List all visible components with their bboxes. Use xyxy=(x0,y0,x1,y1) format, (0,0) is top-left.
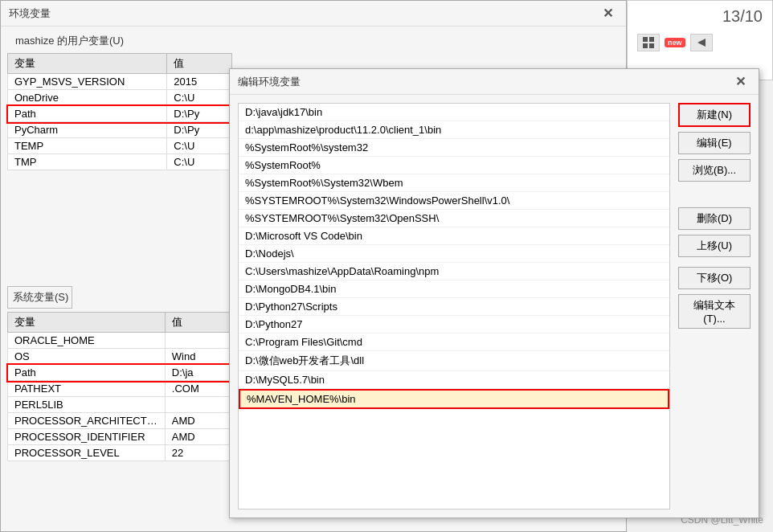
edit-btn-6[interactable]: 编辑文本(T)... xyxy=(678,294,751,329)
path-list-item[interactable]: %SYSTEMROOT%\System32\OpenSSH\ xyxy=(239,210,669,227)
top-right-number: 13/10 xyxy=(628,1,772,29)
table-row[interactable]: PROCESSOR_IDENTIFIERAMD xyxy=(8,429,232,445)
sys-col-var: 变量 xyxy=(8,313,166,333)
path-list-item[interactable]: D:\Nodejs\ xyxy=(239,245,669,263)
edit-btn-1[interactable]: 编辑(E) xyxy=(678,132,751,154)
edit-dialog-close-icon[interactable]: ✕ xyxy=(730,72,751,91)
edit-env-dialog: 编辑环境变量 ✕ D:\java\jdk17\bind:\app\mashize… xyxy=(229,68,759,518)
table-row[interactable]: PROCESSOR_ARCHITECTUREAMD xyxy=(8,413,232,429)
path-list-item[interactable]: %MAVEN_HOME%\bin xyxy=(239,389,669,409)
env-var-title: 环境变量 xyxy=(9,6,51,21)
table-row[interactable]: GYP_MSVS_VERSION2015 xyxy=(8,74,232,90)
svg-rect-3 xyxy=(649,43,654,48)
path-list-item[interactable]: %SystemRoot% xyxy=(239,157,669,174)
close-icon[interactable]: ✕ xyxy=(598,4,618,23)
user-vars-label: mashize 的用户变量(U) xyxy=(7,29,232,53)
path-list-item[interactable]: %SystemRoot%\System32\Wbem xyxy=(239,174,669,192)
path-list-item[interactable]: D:\java\jdk17\bin xyxy=(239,104,669,121)
path-list-item[interactable]: D:\微信web开发者工具\dll xyxy=(239,351,669,371)
table-row[interactable]: PROCESSOR_LEVEL22 xyxy=(8,445,232,461)
env-var-titlebar: 环境变量 ✕ xyxy=(1,1,626,27)
table-row[interactable]: TEMPC:\U xyxy=(8,138,232,154)
table-row[interactable]: PATHEXT.COM xyxy=(8,381,232,397)
table-row[interactable]: OSWind xyxy=(8,349,232,365)
sys-vars-label: 系统变量(S) xyxy=(7,286,72,309)
path-list-item[interactable]: %SYSTEMROOT%\System32\WindowsPowerShell\… xyxy=(239,192,669,210)
path-list-container: D:\java\jdk17\bind:\app\mashize\product\… xyxy=(238,103,670,509)
new-badge: new xyxy=(665,38,685,47)
edit-buttons-panel: 新建(N)编辑(E)浏览(B)...删除(D)上移(U)下移(O)编辑文本(T)… xyxy=(678,103,751,509)
edit-btn-5[interactable]: 下移(O) xyxy=(678,267,751,289)
path-list-item[interactable]: C:\Program Files\Git\cmd xyxy=(239,334,669,351)
edit-dialog-titlebar: 编辑环境变量 ✕ xyxy=(230,69,759,95)
svg-marker-4 xyxy=(697,39,706,47)
path-list-item[interactable]: d:\app\mashize\product\11.2.0\client_1\b… xyxy=(239,121,669,139)
top-right-icons: new xyxy=(628,29,772,56)
table-row[interactable]: PERL5LIB xyxy=(8,397,232,413)
path-list: D:\java\jdk17\bind:\app\mashize\product\… xyxy=(239,104,669,409)
table-row[interactable]: OneDriveC:\U xyxy=(8,90,232,106)
edit-btn-2[interactable]: 浏览(B)... xyxy=(678,159,751,182)
sys-vars-table: 变量 值 ORACLE_HOMEOSWindPathD:\jaPATHEXT.C… xyxy=(7,312,232,461)
table-row[interactable]: PathD:\Py xyxy=(8,106,232,122)
user-vars-section: mashize 的用户变量(U) 变量 值 GYP_MSVS_VERSION20… xyxy=(7,29,232,170)
user-vars-table: 变量 值 GYP_MSVS_VERSION2015OneDriveC:\UPat… xyxy=(7,53,232,170)
svg-rect-0 xyxy=(643,37,648,42)
path-list-item[interactable]: %SystemRoot%\system32 xyxy=(239,139,669,157)
edit-dialog-body: D:\java\jdk17\bind:\app\mashize\product\… xyxy=(230,95,759,518)
edit-dialog-title: 编辑环境变量 xyxy=(238,75,301,89)
table-row[interactable]: PyCharmD:\Py xyxy=(8,122,232,138)
svg-rect-2 xyxy=(643,43,648,48)
user-col-var: 变量 xyxy=(8,54,167,74)
svg-rect-1 xyxy=(649,37,654,42)
sys-vars-section: 系统变量(S) 变量 值 ORACLE_HOMEOSWindPathD:\jaP… xyxy=(7,286,232,461)
path-list-item[interactable]: D:\Python27 xyxy=(239,316,669,334)
table-row[interactable]: TMPC:\U xyxy=(8,154,232,170)
path-list-item[interactable]: D:\MySQL5.7\bin xyxy=(239,371,669,389)
table-row[interactable]: PathD:\ja xyxy=(8,365,232,381)
path-list-item[interactable]: C:\Users\mashize\AppData\Roaming\npm xyxy=(239,263,669,280)
arrow-icon[interactable] xyxy=(690,34,713,51)
table-row[interactable]: ORACLE_HOME xyxy=(8,333,232,349)
sys-col-val: 值 xyxy=(165,313,231,333)
edit-btn-4[interactable]: 上移(U) xyxy=(678,235,751,257)
path-list-item[interactable]: D:\MongoDB4.1\bin xyxy=(239,280,669,298)
user-col-val: 值 xyxy=(167,54,232,74)
path-list-item[interactable]: D:\Microsoft VS Code\bin xyxy=(239,227,669,245)
path-list-item[interactable]: D:\Python27\Scripts xyxy=(239,298,669,316)
edit-btn-3[interactable]: 删除(D) xyxy=(678,207,751,230)
edit-btn-0[interactable]: 新建(N) xyxy=(678,103,751,127)
grid-icon[interactable] xyxy=(637,34,660,51)
